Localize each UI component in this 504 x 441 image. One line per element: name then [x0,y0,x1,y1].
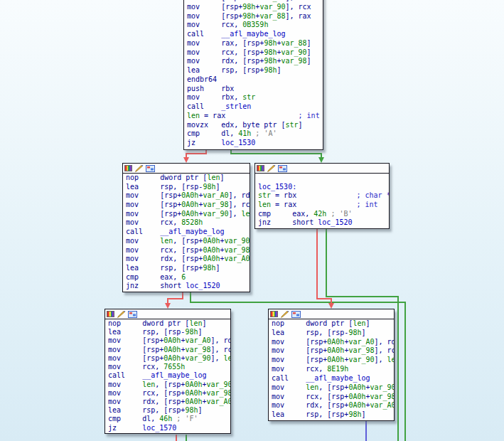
asm-token: 0A0h [185,389,202,397]
asm-line[interactable]: cmp eax, 42h ; 'B' [255,210,389,219]
asm-line[interactable]: lea rsp, [rsp+98h] [123,264,250,273]
asm-line[interactable]: movzx edx, byte ptr [str] [184,121,323,130]
palette-icon[interactable] [257,165,265,172]
asm-line[interactable]: mov [rsp+98h+var_90], rcx [184,3,323,12]
asm-line[interactable]: loc_1530: [255,183,389,192]
asm-line[interactable]: mov rcx, [rsp+98h+var_90] [184,48,323,58]
asm-token: var_A0 [185,336,210,344]
asm-line[interactable]: mov [rsp+98h+var_88], rax [184,12,323,21]
asm-line[interactable]: mov [rsp+0A0h+var_98], rcx [269,346,394,356]
asm-token: var_90 [281,48,306,56]
asm-token: 0A0h [348,383,365,391]
graph-node-loc-1530[interactable]: loc_1530:str = rbx ; char *len = rax ; i… [254,163,390,229]
asm-line[interactable] [255,174,389,183]
asm-line[interactable]: len = rax ; int [184,112,323,121]
pencil-icon[interactable] [135,165,144,172]
asm-token: ], [211,354,224,362]
asm-line[interactable]: lea rsp, [rsp-98h] [123,183,250,192]
asm-line[interactable]: mov [rsp+0A0h+var_A0], rdx [123,191,250,201]
asm-line[interactable]: lea rsp, [rsp+98h] [269,410,394,420]
asm-line[interactable]: mov len, [rsp+0A0h+var_90] [269,383,394,393]
asm-token: mov [rsp+ [187,0,242,1]
graph-node-case-b-body[interactable]: nop dword ptr [len]lea rsp, [rsp-98h]mov… [268,309,395,421]
asm-line[interactable]: mov [rsp+0A0h+var_98], rcx [105,346,230,354]
asm-token: mov rcx, [126,218,181,226]
pencil-icon[interactable] [117,311,126,318]
asm-line[interactable]: call __afl_maybe_log [184,30,323,39]
asm-line[interactable]: nop dword ptr [len] [123,174,250,183]
asm-line[interactable]: mov rcx, 8528h [123,218,250,228]
asm-token: mov rcx, [272,365,327,373]
asm-token: var_98 [207,389,232,397]
asm-line[interactable]: nop dword ptr [len] [105,319,230,328]
graph-node-entry[interactable]: mov [rsp+98h+var_98], rdxmov [rsp+98h+va… [183,0,323,150]
palette-icon[interactable] [107,311,115,318]
palette-icon[interactable] [124,165,133,172]
asm-line[interactable]: mov rcx, 7655h [105,363,230,371]
asm-token: var_88 [259,12,285,20]
asm-line[interactable]: mov rcx, [rsp+0A0h+var_98] [105,389,230,398]
asm-line[interactable]: jz loc_1530 [184,139,323,148]
asm-token: mov [rsp+ [126,201,181,208]
asm-line[interactable]: mov rcx, [rsp+0A0h+var_98] [269,393,394,402]
asm-token: mov rcx, [rsp+ [108,389,185,397]
palette-icon-swatch [257,165,264,171]
asm-line[interactable]: call _strlen [184,102,323,112]
asm-line[interactable]: nop dword ptr [len] [269,319,394,329]
window-icon[interactable] [128,311,136,318]
asm-token: 98h [242,0,255,1]
asm-line[interactable]: jz loc_1570 [105,424,230,432]
ida-graph-view[interactable]: mov [rsp+98h+var_98], rdxmov [rsp+98h+va… [0,0,504,441]
asm-line[interactable]: mov [rsp+0A0h+var_A0], rdx [269,338,394,347]
asm-token: mov rcx, [rsp+ [272,393,348,400]
asm-line[interactable]: mov len, [rsp+0A0h+var_90] [123,237,250,246]
asm-line[interactable]: mov rdx, [rsp+0A0h+var_A0] [123,255,250,264]
asm-line[interactable]: push rbx [184,85,323,94]
asm-token: mov rcx, [108,363,163,371]
asm-line[interactable]: cmp dl, 46h ; 'F' [105,415,230,423]
asm-line[interactable]: jnz short loc_1520 [123,282,250,291]
asm-line[interactable]: mov [rsp+0A0h+var_90], len [105,354,230,363]
asm-token: call [187,102,221,110]
asm-line[interactable]: endbr64 [184,75,323,85]
asm-line[interactable]: call __afl_maybe_log [123,228,250,237]
asm-line[interactable]: call __afl_maybe_log [105,371,230,380]
asm-line[interactable]: mov rcx, [rsp+0A0h+var_98] [123,246,250,255]
asm-line[interactable]: cmp dl, 41h ; 'A' [184,129,323,139]
window-icon[interactable] [278,165,286,172]
pencil-icon[interactable] [281,311,289,318]
node-toolbar [269,309,394,319]
asm-line[interactable]: mov [rsp+0A0h+var_90], len [269,356,394,365]
asm-token: 0A0h [327,356,344,363]
asm-line[interactable]: str = rbx ; char * [255,191,389,201]
asm-token: lea rsp, [rsp+ [272,410,348,418]
palette-icon[interactable] [270,311,279,318]
asm-line[interactable]: mov [rsp+0A0h+var_90], len [123,210,250,219]
asm-line[interactable]: len = rax ; int [255,201,389,210]
asm-line[interactable]: lea rsp, [rsp+98h] [184,66,323,75]
graph-node-case-a-check[interactable]: nop dword ptr [len]lea rsp, [rsp-98h]mov… [122,163,250,292]
asm-line[interactable]: mov rdx, [rsp+0A0h+var_A0] [105,398,230,406]
window-icon[interactable] [146,165,154,172]
asm-line[interactable]: call __afl_maybe_log [269,374,394,383]
asm-line[interactable]: mov rdx, [rsp+98h+var_98] [184,57,323,66]
asm-line[interactable]: mov [rsp+0A0h+var_98], rcx [123,201,250,210]
asm-line[interactable]: mov rdx, [rsp+0A0h+var_A0] [269,401,394,410]
window-icon[interactable] [291,311,300,318]
graph-node-case-f-check[interactable]: nop dword ptr [len]lea rsp, [rsp-98h]mov… [104,309,231,434]
asm-line[interactable]: cmp eax, 6 [123,273,250,282]
asm-line[interactable]: lea rsp, [rsp+98h] [105,406,230,415]
asm-line[interactable]: lea rsp, [rsp-98h] [105,328,230,336]
asm-line[interactable]: jnz short loc_1520 [255,218,389,228]
asm-line[interactable]: mov rcx, 0B359h [184,21,323,30]
asm-token: 98h [242,3,255,11]
asm-token: len [306,383,318,391]
asm-line[interactable]: mov [rsp+0A0h+var_A0], rdx [105,336,230,345]
asm-token: lea rsp, [rsp+ [126,264,203,272]
asm-line[interactable]: mov rbx, str [184,93,323,102]
asm-line[interactable]: lea rsp, [rsp-98h] [269,329,394,338]
pencil-icon[interactable] [267,165,276,172]
asm-line[interactable]: mov rax, [rsp+98h+var_88] [184,39,323,48]
asm-line[interactable]: mov len, [rsp+0A0h+var_90] [105,381,230,389]
asm-line[interactable]: mov rcx, 8E19h [269,365,394,374]
